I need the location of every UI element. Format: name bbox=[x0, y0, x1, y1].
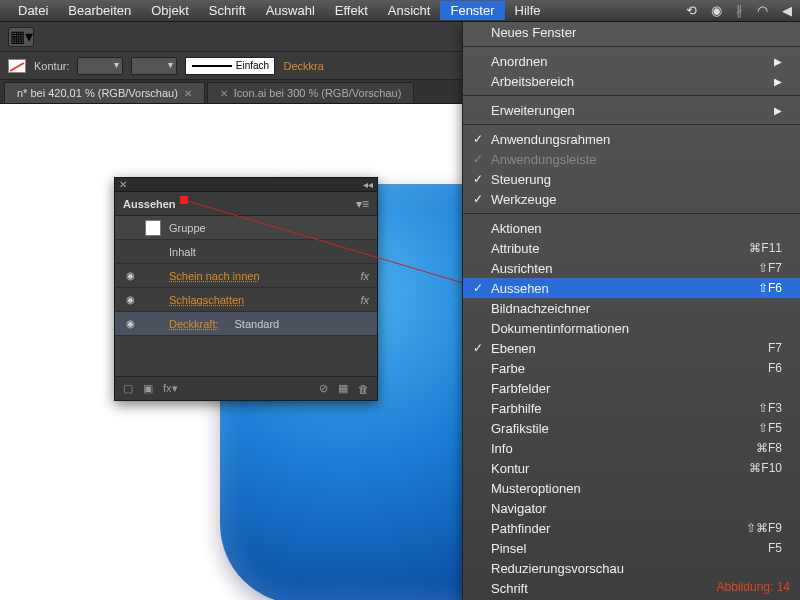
visibility-icon[interactable]: ◉ bbox=[123, 318, 137, 329]
appearance-target[interactable]: Gruppe bbox=[115, 216, 377, 240]
fill-swatch[interactable] bbox=[145, 220, 161, 236]
appearance-effect-row[interactable]: ◉ Schein nach innen fx bbox=[115, 264, 377, 288]
new-stroke-icon[interactable]: ▢ bbox=[123, 382, 133, 395]
menu-item-panel[interactable]: Grafikstile⇧F5 bbox=[463, 418, 800, 438]
close-tab-icon[interactable]: ✕ bbox=[184, 88, 192, 99]
menu-item-panel[interactable]: Info⌘F8 bbox=[463, 438, 800, 458]
fx-icon[interactable]: fx bbox=[360, 270, 369, 282]
figure-caption: Abbildung: 14 bbox=[717, 580, 790, 594]
panel-footer: ▢ ▣ fx▾ ⊘ ▦ 🗑 bbox=[115, 376, 377, 400]
duplicate-icon[interactable]: ▦ bbox=[338, 382, 348, 395]
fenster-menu-dropdown: Neues Fenster Anordnen▶ Arbeitsbereich▶ … bbox=[462, 22, 800, 600]
appearance-opacity-row[interactable]: ◉ Deckkraft: Standard bbox=[115, 312, 377, 336]
document-tab[interactable]: ✕Icon.ai bei 300 % (RGB/Vorschau) bbox=[207, 82, 415, 103]
submenu-arrow-icon: ▶ bbox=[774, 76, 782, 87]
layout-button[interactable]: ▦▾ bbox=[8, 27, 34, 47]
system-tray: ⟲ ◉ ∦ ◠ ◀ bbox=[686, 3, 792, 18]
wifi-icon[interactable]: ◠ bbox=[757, 3, 768, 18]
stroke-weight-value[interactable] bbox=[131, 57, 177, 75]
menu-item-panel[interactable]: Dokumentinformationen bbox=[463, 318, 800, 338]
volume-icon[interactable]: ◀ bbox=[782, 3, 792, 18]
menu-item-panel[interactable]: Kontur⌘F10 bbox=[463, 458, 800, 478]
new-fill-icon[interactable]: ▣ bbox=[143, 382, 153, 395]
stroke-style-dropdown[interactable]: Einfach bbox=[185, 57, 275, 75]
close-tab-icon[interactable]: ✕ bbox=[220, 88, 228, 99]
appearance-contents[interactable]: Inhalt bbox=[115, 240, 377, 264]
panel-header[interactable]: ✕ ◂◂ bbox=[115, 178, 377, 192]
menu-bearbeiten[interactable]: Bearbeiten bbox=[58, 1, 141, 20]
menu-item-erweiterungen[interactable]: Erweiterungen▶ bbox=[463, 100, 800, 120]
close-icon[interactable]: ✕ bbox=[119, 179, 127, 190]
menu-item-panel[interactable]: Ausrichten⇧F7 bbox=[463, 258, 800, 278]
menu-schrift[interactable]: Schrift bbox=[199, 1, 256, 20]
menu-item-panel[interactable]: Musteroptionen bbox=[463, 478, 800, 498]
menu-effekt[interactable]: Effekt bbox=[325, 1, 378, 20]
menu-item-arbeitsbereich[interactable]: Arbeitsbereich▶ bbox=[463, 71, 800, 91]
menu-item-toggle[interactable]: ✓Werkzeuge bbox=[463, 189, 800, 209]
annotation-marker bbox=[180, 196, 188, 204]
collapse-icon[interactable]: ◂◂ bbox=[363, 179, 373, 190]
menu-item-neues-fenster[interactable]: Neues Fenster bbox=[463, 22, 800, 42]
sync-icon[interactable]: ⟲ bbox=[686, 3, 697, 18]
fill-swatch[interactable] bbox=[8, 59, 26, 73]
menu-item-toggle[interactable]: ✓Steuerung bbox=[463, 169, 800, 189]
menu-item-panel[interactable]: ✓EbenenF7 bbox=[463, 338, 800, 358]
menu-item-panel[interactable]: Reduzierungsvorschau bbox=[463, 558, 800, 578]
menu-datei[interactable]: Datei bbox=[8, 1, 58, 20]
panel-title[interactable]: Aussehen bbox=[123, 198, 176, 210]
add-effect-icon[interactable]: fx▾ bbox=[163, 382, 178, 395]
bluetooth-icon[interactable]: ∦ bbox=[736, 3, 743, 18]
menu-item-panel[interactable]: ✓Aussehen⇧F6 bbox=[463, 278, 800, 298]
menu-item-panel[interactable]: Aktionen bbox=[463, 218, 800, 238]
stroke-weight-dropdown[interactable] bbox=[77, 57, 123, 75]
visibility-icon[interactable]: ◉ bbox=[123, 270, 137, 281]
submenu-arrow-icon: ▶ bbox=[774, 105, 782, 116]
appearance-effect-row[interactable]: ◉ Schlagschatten fx bbox=[115, 288, 377, 312]
deckkraft-label: Deckkra bbox=[283, 60, 323, 72]
menu-item-panel[interactable]: Farbhilfe⇧F3 bbox=[463, 398, 800, 418]
menu-item-toggle: ✓Anwendungsleiste bbox=[463, 149, 800, 169]
document-tab[interactable]: n* bei 420,01 % (RGB/Vorschau)✕ bbox=[4, 82, 205, 103]
notification-icon[interactable]: ◉ bbox=[711, 3, 722, 18]
menu-ansicht[interactable]: Ansicht bbox=[378, 1, 441, 20]
appearance-panel: ✕ ◂◂ Aussehen ▾≡ Gruppe Inhalt ◉ Schein … bbox=[114, 177, 378, 401]
clear-icon[interactable]: ⊘ bbox=[319, 382, 328, 395]
menu-auswahl[interactable]: Auswahl bbox=[256, 1, 325, 20]
menu-item-panel[interactable]: FarbeF6 bbox=[463, 358, 800, 378]
menu-objekt[interactable]: Objekt bbox=[141, 1, 199, 20]
menu-hilfe[interactable]: Hilfe bbox=[505, 1, 551, 20]
menu-item-panel[interactable]: Bildnachzeichner bbox=[463, 298, 800, 318]
menu-fenster[interactable]: Fenster bbox=[440, 1, 504, 20]
menu-item-anordnen[interactable]: Anordnen▶ bbox=[463, 51, 800, 71]
menu-item-panel[interactable]: Attribute⌘F11 bbox=[463, 238, 800, 258]
menu-item-panel[interactable]: Pathfinder⇧⌘F9 bbox=[463, 518, 800, 538]
kontur-label: Kontur: bbox=[34, 60, 69, 72]
panel-menu-icon[interactable]: ▾≡ bbox=[356, 197, 369, 211]
menu-item-toggle[interactable]: ✓Anwendungsrahmen bbox=[463, 129, 800, 149]
submenu-arrow-icon: ▶ bbox=[774, 56, 782, 67]
fx-icon[interactable]: fx bbox=[360, 294, 369, 306]
menubar: Datei Bearbeiten Objekt Schrift Auswahl … bbox=[0, 0, 800, 22]
menu-item-panel[interactable]: PinselF5 bbox=[463, 538, 800, 558]
menu-item-panel[interactable]: Navigator bbox=[463, 498, 800, 518]
trash-icon[interactable]: 🗑 bbox=[358, 383, 369, 395]
menu-item-panel[interactable]: Farbfelder bbox=[463, 378, 800, 398]
visibility-icon[interactable]: ◉ bbox=[123, 294, 137, 305]
